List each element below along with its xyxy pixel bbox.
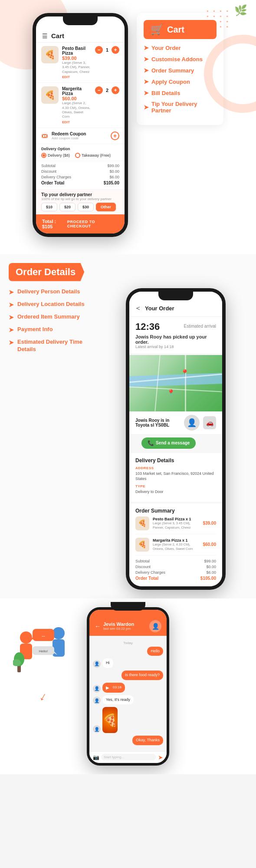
tip-buttons: $10 $20 $30 Other (41, 203, 119, 211)
order-details-banner: Order Details (9, 263, 84, 281)
tip-30-button[interactable]: $30 (78, 203, 94, 211)
cart-menu-label-1: Your Order (151, 45, 181, 51)
summary-item-desc-1: Large (Serve 2, 4.33 CM), Onions, Olives… (153, 542, 199, 551)
order-detail-phone-wrapper: ＜ Your Order 12:36 Estimated arrival Jow… (104, 288, 247, 590)
cart-menu-bill-details[interactable]: ➤ Bill Details (144, 89, 217, 96)
camera-icon[interactable]: 📷 (93, 754, 99, 760)
chat-last-seen: last sen 03:22 pm (103, 627, 147, 631)
cart-banner: 🛒 Cart (144, 20, 217, 39)
detail-delivery-person: ➤ Delivery Person Details (9, 288, 95, 296)
detail-estimated-delivery: ➤ Estimated Delivery Time Details (9, 339, 95, 353)
bubble-text-hello: Hello (147, 647, 163, 656)
summary-img-0: 🍕 (135, 516, 149, 530)
item-name-1: Margerita Pizza (62, 86, 92, 96)
cart-title: Cart (51, 32, 64, 39)
chat-avatar: 👤 (149, 620, 161, 632)
qty-minus-1[interactable]: − (95, 86, 103, 94)
discount-label: Discount (41, 169, 56, 174)
radio-delivery-dot (41, 153, 46, 158)
delivery-option-takeaway[interactable]: Takeaway (Free) (75, 153, 111, 158)
bubble-text-audio: ▶ 03:18 (102, 683, 125, 693)
qty-plus-0[interactable]: + (112, 46, 119, 54)
bubble-text-hi: Hi (102, 658, 113, 668)
back-arrow-icon[interactable]: ＜ (135, 304, 141, 313)
chat-person-name: Jevis Wardon (103, 621, 147, 627)
cart-menu-label-4: Apply Coupon (151, 79, 190, 85)
qty-num-0: 1 (105, 47, 110, 53)
summary-item-0: 🍕 Pesto Basil Pizza x 1 Large (Serve 3, … (135, 516, 216, 534)
footer-total: Total : $105 (42, 219, 67, 229)
chat-back-icon[interactable]: ← (95, 623, 101, 630)
cart-header: ☰ Cart (36, 29, 125, 43)
send-icon[interactable]: ➤ (158, 754, 163, 761)
bubble-text-ready: Yes, It's ready (102, 695, 134, 705)
item-edit-1[interactable]: EDIT (62, 120, 92, 124)
item-price-0: $39.00 (62, 56, 92, 61)
summary-charges-value: $6.00 (206, 570, 216, 575)
summary-discount-value: $0.00 (206, 565, 216, 569)
chat-date: Today (93, 641, 163, 645)
qty-minus-0[interactable]: − (95, 46, 103, 54)
takeaway-label-text: Takeaway (Free) (82, 153, 111, 158)
svg-point-2 (53, 627, 65, 639)
driver-car-info: Jowis Rooy is in Toyota sl YS0BL (135, 418, 181, 427)
summary-total: Order Total $105.00 (135, 576, 216, 581)
send-message-button[interactable]: 📞 Send a message (141, 437, 196, 449)
deco-leaf: 🌿 (234, 4, 247, 16)
arrival-time: 12:36 (135, 321, 160, 332)
map-container: 📍 📍 (129, 355, 222, 411)
phone-notch (63, 16, 98, 25)
bottom-section: ... Hello! ↓ ← Jevis Wardon last sen 03:… (0, 598, 256, 774)
map-pin-destination: 📍 (181, 369, 189, 377)
hamburger-icon[interactable]: ☰ (42, 33, 48, 39)
item-name-0: Pesto Basil Pizza (62, 46, 92, 56)
cart-phone: ☰ Cart 🍕 Pesto Basil Pizza $39.00 Large … (33, 13, 128, 237)
tip-section: Tip your delivery partner 100% of the ti… (36, 190, 125, 214)
item-details-0: Pesto Basil Pizza $39.00 Large (Serve 3,… (62, 46, 92, 79)
item-desc-1: Large (Serve 2, 4.33 CM), Onions, Olives… (62, 101, 92, 119)
deco-dots: ● ● ● ●● ● ● ●● ● ● ●● ● ● ● (207, 9, 230, 30)
qty-plus-1[interactable]: + (112, 86, 119, 94)
play-icon[interactable]: ▶ (106, 685, 109, 690)
audio-duration: 03:18 (113, 685, 121, 690)
cart-menu-your-order[interactable]: ➤ Your Order (144, 44, 217, 51)
cart-menu-tip[interactable]: ➤ Tip Your Delivery Partner (144, 101, 217, 114)
order-phone-notch (158, 292, 193, 300)
tip-sub: 100% of the tip will go to your delivery… (41, 197, 119, 201)
chevron-icon-3: ➤ (144, 67, 149, 74)
chat-illustration: ... Hello! (13, 616, 74, 685)
tip-20-button[interactable]: $20 (59, 203, 75, 211)
detail-payment-info: ➤ Payment Info (9, 326, 95, 333)
chat-bubble-pizza-img: 👤 🍕 (93, 707, 163, 733)
chat-input[interactable]: Start typing... (101, 754, 156, 760)
tip-10-button[interactable]: $10 (41, 203, 57, 211)
top-section: ● ● ● ●● ● ● ●● ● ● ●● ● ● ● 🌿 ☰ Cart 🍕 … (0, 0, 256, 254)
checkout-button[interactable]: PROCEED TO CHECKOUT (67, 220, 118, 228)
chevron-icon-1: ➤ (144, 44, 149, 51)
tip-other-button[interactable]: Other (96, 203, 116, 211)
tip-title: Tip your delivery partner (41, 192, 119, 197)
chat-bubble-audio: 👤 ▶ 03:18 (93, 683, 163, 693)
bubble-text-food: Is there food ready? (121, 671, 163, 680)
chat-bubble-thanks: Okay, Thanks (93, 736, 163, 745)
coupon-title: Redeem Coupon (52, 132, 107, 136)
svg-text:Hello!: Hello! (39, 649, 48, 653)
redeem-coupon-row: 🎟 Redeem Coupon Add coupon code + (36, 128, 125, 144)
delivery-person-row: Jowis Rooy is in Toyota sl YS0BL 👤 🚗 (129, 411, 222, 434)
cart-menu-label-2: Customise Addons (151, 56, 203, 62)
detail-ordered-items: ➤ Ordered Item Summary (9, 313, 95, 321)
bubble-avatar-received: 👤 (93, 660, 101, 668)
estimated-label: Estimated arrival (184, 324, 216, 329)
add-coupon-button[interactable]: + (111, 132, 119, 140)
summary-subtotal-label: Subtotal (135, 559, 150, 563)
item-price-1: $60.00 (62, 96, 92, 101)
pizza-image: 🍕 (102, 707, 118, 733)
cart-shopping-icon: 🛒 (151, 23, 164, 36)
delivery-option-delivery[interactable]: Delivery ($8) (41, 153, 70, 158)
driver-name: Jowis Rooy (135, 334, 162, 339)
car-image: 🚗 (203, 416, 216, 429)
item-edit-0[interactable]: EDIT (62, 75, 92, 79)
bill-section: Subtotal $99.00 Discount $0.00 Delivery … (36, 161, 125, 190)
subtotal-label: Subtotal (41, 164, 56, 168)
coupon-text: Redeem Coupon Add coupon code (52, 132, 107, 140)
